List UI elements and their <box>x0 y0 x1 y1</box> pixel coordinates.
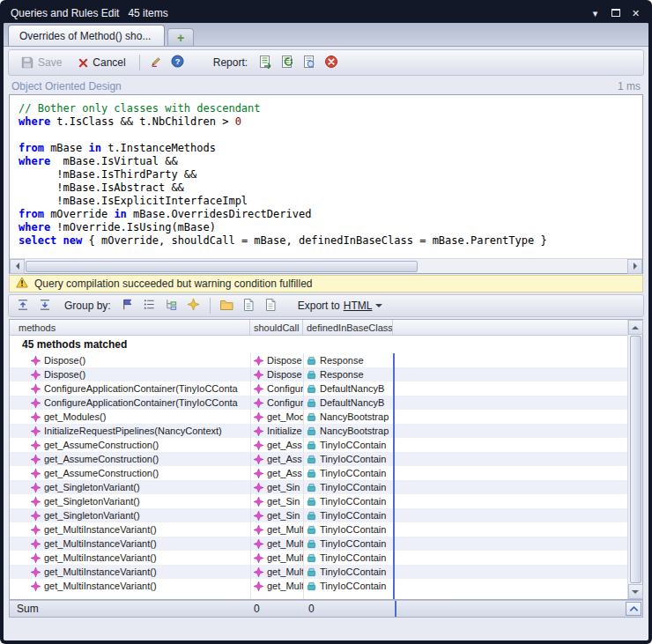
cell-c2: get_Mult <box>250 551 303 565</box>
code-line[interactable]: from mBase in t.InstanceMethods <box>19 142 642 155</box>
horizontal-scroll-thumb[interactable] <box>26 261 418 272</box>
report-delete-button[interactable] <box>322 53 341 72</box>
method-icon <box>31 567 41 577</box>
type-icon <box>307 553 316 563</box>
new-tab-button[interactable]: + <box>167 28 194 46</box>
table-row[interactable]: Dispose()DisposeResponse <box>10 367 627 381</box>
code-line[interactable]: select new { mOverride, shouldCall = mBa… <box>19 234 642 248</box>
table-row[interactable]: get_MultiInstanceVariant()get_MultTinyIo… <box>10 551 627 565</box>
group-by-namespace-button[interactable] <box>140 296 159 315</box>
code-line[interactable]: where mBase.IsVirtual && <box>19 155 642 168</box>
query-duration: 1 ms <box>618 80 641 93</box>
copy-results-button[interactable] <box>261 296 280 315</box>
close-icon[interactable]: ✕ <box>630 9 641 19</box>
code-line[interactable]: where !mOverride.IsUsing(mBase) <box>19 221 642 234</box>
view-declaration-button[interactable] <box>239 296 258 315</box>
report-refresh-button[interactable] <box>278 53 297 72</box>
group-by-none-button[interactable] <box>184 296 204 315</box>
cell-text: DefaultNancyB <box>320 383 384 394</box>
cell-c3: TinyIoCContain <box>303 551 393 565</box>
cell-text: Dispose <box>267 355 302 366</box>
scroll-to-top-button[interactable] <box>626 602 641 616</box>
cell-c2: get_Mult <box>250 565 303 579</box>
code-line[interactable]: !mBase.IsExplicitInterfaceImpl <box>19 195 642 208</box>
table-body: Dispose()DisposeResponseDispose()Dispose… <box>10 353 627 599</box>
table-row[interactable]: get_AssumeConstruction()get_AssTinyIoCCo… <box>10 452 627 466</box>
cell-text: InitializeRequestPipelines(NancyContext) <box>44 426 222 436</box>
cell-text: Configur <box>267 383 303 394</box>
column-header-methods[interactable]: methods <box>10 320 250 335</box>
cell-c2: get_Mult <box>250 579 303 593</box>
code-line[interactable]: !mBase.IsAbstract && <box>19 181 642 195</box>
method-icon <box>254 440 263 450</box>
code-line[interactable]: where t.IsClass && t.NbChildren > 0 <box>19 115 642 129</box>
scroll-left-arrow-icon[interactable] <box>10 259 25 274</box>
cell-text: TinyIoCContain <box>320 510 386 521</box>
cell-text: get_Sin <box>267 482 300 492</box>
cell-c2: get_Ass <box>250 438 303 452</box>
cell-text: get_Mod <box>267 411 303 422</box>
edit-pen-button[interactable] <box>146 53 166 72</box>
cell-text: TinyIoCContain <box>320 524 386 535</box>
export-to-html-button[interactable]: Export to HTML <box>292 298 389 314</box>
report-browse-button[interactable] <box>300 53 319 72</box>
window-controls: ▾ ✕ <box>589 9 641 19</box>
cancel-button[interactable]: Cancel <box>71 54 132 71</box>
window-menu-icon[interactable]: ▾ <box>589 9 601 19</box>
results-table: methods shouldCall definedInBaseClass 45… <box>10 320 627 599</box>
query-header: Object Oriented Design 1 ms <box>11 78 641 94</box>
cell-text: get_Sin <box>267 496 300 507</box>
table-row[interactable]: get_SingletonVariant()get_SinTinyIoCCont… <box>10 494 627 508</box>
collapse-groups-button[interactable] <box>13 296 33 315</box>
type-icon <box>307 497 316 507</box>
table-rows: Dispose()DisposeResponseDispose()Dispose… <box>10 353 627 593</box>
table-row[interactable]: get_MultiInstanceVariant()get_MultTinyIo… <box>10 565 627 579</box>
cell-text: get_AssumeConstruction() <box>44 468 159 478</box>
method-icon <box>254 426 263 436</box>
table-row[interactable]: Dispose()DisposeResponse <box>10 353 627 367</box>
table-row[interactable]: get_SingletonVariant()get_SinTinyIoCCont… <box>10 480 627 494</box>
maximize-icon[interactable] <box>610 9 621 19</box>
tab-overrides-of-method[interactable]: Overrides of Method() sho... <box>8 25 165 46</box>
column-header-definedinbaseclass[interactable]: definedInBaseClass <box>303 320 393 335</box>
table-row[interactable]: get_MultiInstanceVariant()get_MultTinyIo… <box>10 537 627 551</box>
scroll-right-arrow-icon[interactable] <box>627 259 642 274</box>
cell-c1: InitializeRequestPipelines(NancyContext) <box>10 424 250 438</box>
cell-c1: get_AssumeConstruction() <box>10 438 250 452</box>
table-row[interactable]: ConfigureApplicationContainer(TinyIoCCon… <box>10 396 627 410</box>
code-line[interactable]: // Bother only classes with descendant <box>19 102 642 115</box>
expand-groups-button[interactable] <box>35 296 55 315</box>
save-button[interactable]: Save <box>14 54 69 71</box>
method-icon <box>31 356 41 366</box>
window-title: Queries and Rules Edit <box>11 7 119 19</box>
column-header-shouldcall[interactable]: shouldCall <box>250 320 303 335</box>
group-by-assembly-button[interactable] <box>118 296 137 315</box>
cell-c2: get_Mult <box>250 522 303 537</box>
cell-text: get_AssumeConstruction() <box>44 454 159 464</box>
table-row[interactable]: ConfigureApplicationContainer(TinyIoCCon… <box>10 381 627 396</box>
code-line[interactable]: from mOverride in mBase.OverridesDirectD… <box>19 208 642 221</box>
scroll-down-arrow-icon[interactable] <box>628 584 643 599</box>
document-icon <box>242 298 255 315</box>
results-vertical-scrollbar[interactable] <box>627 320 642 599</box>
group-by-type-button[interactable] <box>162 296 182 315</box>
table-row[interactable]: get_SingletonVariant()get_SinTinyIoCCont… <box>10 508 627 522</box>
scroll-up-arrow-icon[interactable] <box>628 320 643 335</box>
code-line[interactable] <box>19 129 642 142</box>
report-view-button[interactable] <box>256 53 275 72</box>
table-row[interactable]: get_Modules()get_ModNancyBootstrap <box>10 410 627 424</box>
help-button[interactable]: ? <box>168 53 188 72</box>
method-icon <box>254 483 263 492</box>
cell-c1: ConfigureApplicationContainer(TinyIoCCon… <box>10 381 250 396</box>
cell-c2: get_Sin <box>250 480 303 494</box>
table-row[interactable]: get_MultiInstanceVariant()get_MultTinyIo… <box>10 522 627 537</box>
open-folder-button[interactable] <box>217 296 236 315</box>
editor-horizontal-scrollbar[interactable] <box>10 258 642 273</box>
table-row[interactable]: InitializeRequestPipelines(NancyContext)… <box>10 424 627 438</box>
table-row[interactable]: get_AssumeConstruction()get_AssTinyIoCCo… <box>10 466 627 480</box>
table-row[interactable]: get_MultiInstanceVariant()get_MultTinyIo… <box>10 579 627 593</box>
table-row[interactable]: get_AssumeConstruction()get_AssTinyIoCCo… <box>10 438 627 452</box>
code-editor-lines[interactable]: // Bother only classes with descendantwh… <box>10 95 642 258</box>
code-line[interactable]: !mBase.IsThirdParty && <box>19 168 642 181</box>
vertical-scroll-thumb[interactable] <box>630 336 641 583</box>
